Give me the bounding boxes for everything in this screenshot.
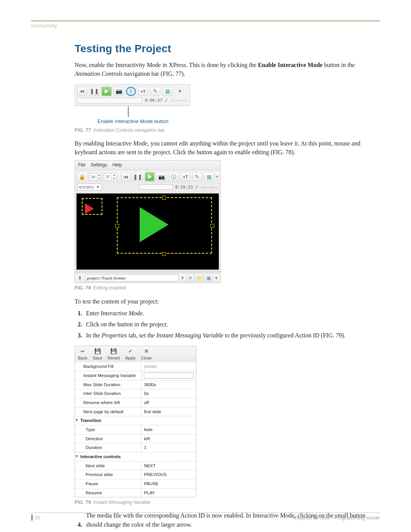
breadcrumb: Interactivity <box>31 23 57 29</box>
edit-icon[interactable]: ✎ <box>193 172 202 181</box>
camera-icon[interactable]: 📷 <box>157 172 166 181</box>
back-button[interactable]: ⬅Back <box>78 348 87 361</box>
add-text-icon[interactable]: +T <box>181 172 190 181</box>
steps-list: Enter Interactive Mode. Click on the but… <box>76 309 381 340</box>
max-slide-value[interactable]: 3600s <box>142 380 196 389</box>
footer-accent <box>31 514 33 521</box>
footer-rule <box>31 513 380 513</box>
paragraph-2: By enabling Interactive Mode, you cannot… <box>75 139 381 157</box>
info-icon[interactable]: ⓘ <box>169 172 178 181</box>
next-slide-value[interactable]: NEXT <box>142 461 196 470</box>
layers-icon[interactable]: ▦ <box>204 172 214 181</box>
resize-handle[interactable] <box>115 224 119 228</box>
step-1: Enter Interactive Mode. <box>84 309 381 318</box>
transition-dir-value[interactable]: left <box>142 434 196 443</box>
save-button[interactable]: 💾Save <box>92 348 102 361</box>
spin-1[interactable]: 20▲▼ <box>89 173 102 181</box>
timecode-label: 0:19:23 / -:--:-- <box>175 185 218 189</box>
refresh-icon[interactable]: ⟳ <box>186 275 194 281</box>
menu-help[interactable]: Help <box>113 162 122 168</box>
paragraph-3: To test the content of your project: <box>75 297 381 306</box>
fig77-toolbar: ⏮ ❚❚ 📷 i +T ✎ ▦ ▾ 0:06:37 / -:--:-- <box>75 84 190 105</box>
lock-icon[interactable]: 🔒 <box>77 172 87 181</box>
fig77-caption: FIG. 77Animation Controls navigation bar <box>75 127 381 134</box>
resize-handle[interactable] <box>162 196 166 200</box>
step-2: Click on the button in the project. <box>84 320 381 329</box>
transition-dur-value[interactable]: 1 <box>142 443 196 452</box>
play-icon[interactable] <box>102 87 112 96</box>
page-title: Testing the Project <box>75 41 381 57</box>
add-text-icon[interactable]: +T <box>138 87 148 96</box>
first-frame-icon[interactable]: ⏮ <box>121 172 131 181</box>
layers-icon[interactable]: ▦ <box>162 87 172 96</box>
spin-2[interactable]: 37▲▼ <box>104 173 116 181</box>
up-folder-icon[interactable]: ⬆ <box>76 275 83 281</box>
properties-table: Background Fill (none) Instant Messaging… <box>75 362 196 497</box>
red-arrow-icon <box>85 203 94 214</box>
resume-ctrl-value[interactable]: PLAY <box>142 488 196 497</box>
next-page-value[interactable]: first slide <box>142 407 196 416</box>
play-icon[interactable] <box>145 172 155 181</box>
fig78-caption: FIG. 78Editing enabled <box>75 284 381 291</box>
path-input[interactable] <box>85 275 178 281</box>
callout-line <box>128 106 129 117</box>
page-number: 66 <box>35 515 40 521</box>
pause-icon[interactable]: ❚❚ <box>89 87 99 96</box>
fig79-caption: FIG. 79Instant Messaging Variable <box>75 499 381 506</box>
apply-button[interactable]: ✔Apply <box>125 348 136 361</box>
menu-file[interactable]: File <box>78 162 85 168</box>
section-interactive[interactable]: Interactive controls <box>75 452 196 461</box>
viewport[interactable] <box>76 193 219 270</box>
close-button[interactable]: ✖Close <box>141 348 151 361</box>
transition-type-value[interactable]: fade <box>142 425 196 434</box>
pause-value[interactable]: PAUSE <box>142 479 196 488</box>
revert-button[interactable]: 💾Revert <box>108 348 120 361</box>
section-transition[interactable]: Transition <box>75 416 196 425</box>
date-dropdown[interactable]: 6/3/2011▼ <box>77 184 102 190</box>
resize-handle[interactable] <box>162 252 166 256</box>
row-bg-fill: Background Fill <box>75 362 142 371</box>
menu-settings[interactable]: Settings <box>91 162 107 168</box>
prev-slide-value[interactable]: PREVIOUS <box>142 470 196 479</box>
inter-slide-value[interactable]: 0s <box>142 389 196 398</box>
progress-bar[interactable] <box>77 97 142 104</box>
fig78-window: File Settings Help 🔒 20▲▼ 37▲▼ ⏮ ❚❚ 📷 ⓘ … <box>75 160 221 283</box>
edit-icon[interactable]: ✎ <box>150 87 160 96</box>
resume-value[interactable]: off <box>142 398 196 407</box>
fig79-properties-panel: ⬅Back 💾Save 💾Revert ✔Apply ✖Close Backgr… <box>75 346 196 497</box>
timecode-label: 0:06:37 / -:--:-- <box>145 98 188 102</box>
progress-bar[interactable] <box>139 184 173 190</box>
camera-icon[interactable]: 📷 <box>114 87 124 96</box>
green-arrow-icon <box>140 207 169 242</box>
first-frame-icon[interactable]: ⏮ <box>77 87 87 96</box>
pause-icon[interactable]: ❚❚ <box>133 172 143 181</box>
step-3: In the Properties tab, set the Instant M… <box>84 331 381 340</box>
dropdown-icon[interactable]: ▾ <box>175 87 185 96</box>
resize-handle[interactable] <box>210 224 214 228</box>
enable-interactive-mode-icon[interactable]: i <box>126 87 136 96</box>
im-variable-input[interactable] <box>144 372 194 379</box>
bg-fill-value[interactable]: (none) <box>144 364 156 369</box>
intro-paragraph: Now, enable the Interactivity Mode in XP… <box>75 61 381 78</box>
top-rule <box>31 21 380 21</box>
menubar: File Settings Help <box>75 161 220 171</box>
open-icon[interactable]: 📁 <box>196 275 203 281</box>
view-icon[interactable]: ▦ <box>205 275 212 281</box>
row-im-variable: Instant Messaging Variable <box>75 371 142 380</box>
document-title: Inspired XPress - Programming Guide <box>293 515 380 521</box>
callout-label: Enable Interactive Mode button <box>97 118 381 125</box>
